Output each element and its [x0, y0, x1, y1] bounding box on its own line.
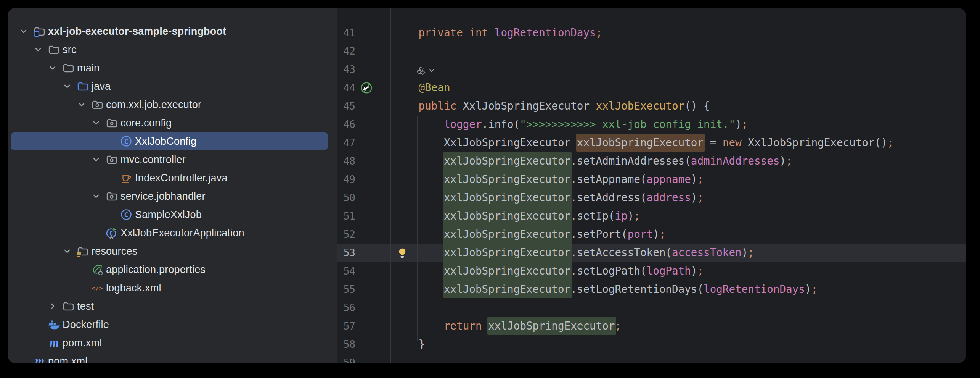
folder-icon — [47, 43, 60, 56]
tree-item-mvc-controller[interactable]: mvc.controller — [8, 150, 337, 169]
tree-item-service-jobhandler[interactable]: service.jobhandler — [8, 187, 337, 205]
code-line-53[interactable]: 53 xxlJobSpringExecutor.setAccessToken(a… — [337, 244, 966, 262]
code-line-42[interactable]: 42 — [337, 42, 966, 60]
chevron-spacer — [76, 264, 87, 275]
code-text: xxlJobSpringExecutor.setAppname(appname)… — [393, 170, 704, 189]
tree-item-label: Dockerfile — [63, 319, 109, 331]
line-number[interactable]: 43 — [337, 60, 355, 79]
code-line-56[interactable]: 56 — [337, 299, 966, 317]
code-text: } — [393, 335, 425, 354]
line-number[interactable]: 50 — [337, 189, 355, 207]
tree-item-xxljobexecutorapplication[interactable]: CXxlJobExecutorApplication — [8, 224, 337, 242]
tree-item-label: logback.xml — [106, 282, 161, 294]
chevron-down-icon[interactable] — [91, 154, 101, 165]
spring-bean-icon[interactable] — [360, 81, 373, 94]
tree-item-java[interactable]: java — [8, 77, 337, 95]
inlay-chevron-down-icon[interactable] — [427, 66, 436, 75]
svg-text:m: m — [35, 355, 44, 363]
tree-item-label: mvc.controller — [120, 154, 186, 166]
tree-item-test[interactable]: test — [8, 297, 337, 315]
chevron-down-icon[interactable] — [18, 26, 29, 37]
code-line-48[interactable]: 48 xxlJobSpringExecutor.setAdminAddresse… — [337, 152, 966, 170]
code-line-55[interactable]: 55 xxlJobSpringExecutor.setLogRetentionD… — [337, 280, 966, 299]
chevron-down-icon[interactable] — [33, 44, 43, 55]
chevron-down-icon[interactable] — [76, 99, 87, 110]
java-file-icon — [120, 171, 133, 184]
line-number[interactable]: 51 — [337, 207, 355, 225]
code-line-41[interactable]: 41 private int logRetentionDays; — [337, 24, 966, 42]
chevron-down-icon[interactable] — [47, 63, 58, 73]
tree-item-label: pom.xml — [63, 337, 102, 349]
code-line-47[interactable]: 47 XxlJobSpringExecutor xxlJobSpringExec… — [337, 134, 966, 152]
package-icon — [105, 190, 118, 203]
tree-item-pom-xml[interactable]: mpom.xml — [8, 334, 337, 352]
chevron-right-icon[interactable] — [47, 301, 58, 312]
line-number[interactable]: 41 — [337, 24, 355, 42]
class-icon: C — [120, 135, 133, 148]
line-number[interactable]: 54 — [337, 262, 355, 280]
line-number[interactable]: 53 — [337, 244, 355, 262]
code-line-46[interactable]: 46 logger.info(">>>>>>>>>>> xxl-job conf… — [337, 115, 966, 134]
code-line-57[interactable]: 57 return xxlJobSpringExecutor; — [337, 317, 966, 335]
tree-item-com-xxl-job-executor[interactable]: com.xxl.job.executor — [8, 95, 337, 114]
tree-item-pom-xml[interactable]: mpom.xml — [8, 352, 337, 363]
tree-item-samplexxljob[interactable]: CSampleXxlJob — [8, 205, 337, 224]
svg-text:m: m — [50, 336, 59, 349]
code-line-51[interactable]: 51 xxlJobSpringExecutor.setIp(ip); — [337, 207, 966, 225]
svg-text:C: C — [109, 230, 113, 237]
tree-item-label: IndexController.java — [135, 172, 228, 184]
tree-item-xxljobconfig[interactable]: CXxlJobConfig — [8, 132, 337, 150]
svg-text:</>: </> — [92, 284, 103, 292]
line-number[interactable]: 58 — [337, 335, 355, 354]
tree-item-application-properties[interactable]: application.properties — [8, 260, 337, 279]
chevron-spacer — [105, 209, 116, 220]
chevron-spacer — [91, 228, 101, 238]
code-line-59[interactable]: 59 — [337, 354, 966, 363]
chevron-down-icon[interactable] — [91, 191, 101, 202]
line-number[interactable]: 45 — [337, 97, 355, 115]
line-number[interactable]: 57 — [337, 317, 355, 335]
tree-item-src[interactable]: src — [8, 40, 337, 59]
line-number[interactable]: 49 — [337, 170, 355, 189]
package-icon — [91, 98, 104, 111]
chevron-down-icon[interactable] — [62, 246, 72, 257]
tree-item-label: com.xxl.job.executor — [106, 99, 201, 111]
line-number[interactable]: 47 — [337, 134, 355, 152]
line-number[interactable]: 56 — [337, 299, 355, 317]
package-icon — [105, 116, 118, 129]
code-line-50[interactable]: 50 xxlJobSpringExecutor.setAddress(addre… — [337, 189, 966, 207]
code-line-45[interactable]: 45 public XxlJobSpringExecutor xxlJobExe… — [337, 97, 966, 115]
code-text: xxlJobSpringExecutor.setIp(ip); — [393, 207, 640, 225]
code-line-58[interactable]: 58 } — [337, 335, 966, 354]
code-editor[interactable]: 41 private int logRetentionDays;424344 @… — [337, 8, 966, 363]
tree-item-main[interactable]: main — [8, 59, 337, 77]
code-text: xxlJobSpringExecutor.setPort(port); — [393, 225, 665, 244]
tree-item-logback-xml[interactable]: </>logback.xml — [8, 279, 337, 297]
maven-file-icon: m — [33, 355, 46, 363]
lightbulb-icon[interactable] — [397, 247, 408, 258]
code-text: logger.info(">>>>>>>>>>> xxl-job config … — [393, 115, 748, 134]
line-number[interactable]: 46 — [337, 115, 355, 134]
line-number[interactable]: 59 — [337, 354, 355, 363]
line-number[interactable]: 42 — [337, 42, 355, 60]
chevron-down-icon[interactable] — [91, 118, 101, 128]
chevron-spacer — [33, 338, 43, 348]
spring-boot-app-icon: C — [105, 226, 118, 239]
code-line-49[interactable]: 49 xxlJobSpringExecutor.setAppname(appna… — [337, 170, 966, 189]
line-number[interactable]: 52 — [337, 225, 355, 244]
tree-item-dockerfile[interactable]: Dockerfile — [8, 315, 337, 334]
code-line-44[interactable]: 44 @Bean — [337, 79, 966, 97]
line-number[interactable]: 55 — [337, 280, 355, 299]
ai-sparkle-icon[interactable] — [416, 66, 426, 76]
chevron-down-icon[interactable] — [62, 81, 72, 92]
xml-file-icon: </> — [91, 281, 104, 294]
tree-item-resources[interactable]: resources — [8, 242, 337, 260]
code-line-52[interactable]: 52 xxlJobSpringExecutor.setPort(port); — [337, 225, 966, 244]
tree-item-xxl-job-executor-sample-springboot[interactable]: xxl-job-executor-sample-springboot — [8, 22, 337, 40]
line-number[interactable]: 44 — [337, 79, 355, 97]
tree-item-label: xxl-job-executor-sample-springboot — [48, 26, 226, 37]
code-line-54[interactable]: 54 xxlJobSpringExecutor.setLogPath(logPa… — [337, 262, 966, 280]
tree-item-core-config[interactable]: core.config — [8, 114, 337, 132]
tree-item-indexcontroller-java[interactable]: IndexController.java — [8, 169, 337, 187]
line-number[interactable]: 48 — [337, 152, 355, 170]
